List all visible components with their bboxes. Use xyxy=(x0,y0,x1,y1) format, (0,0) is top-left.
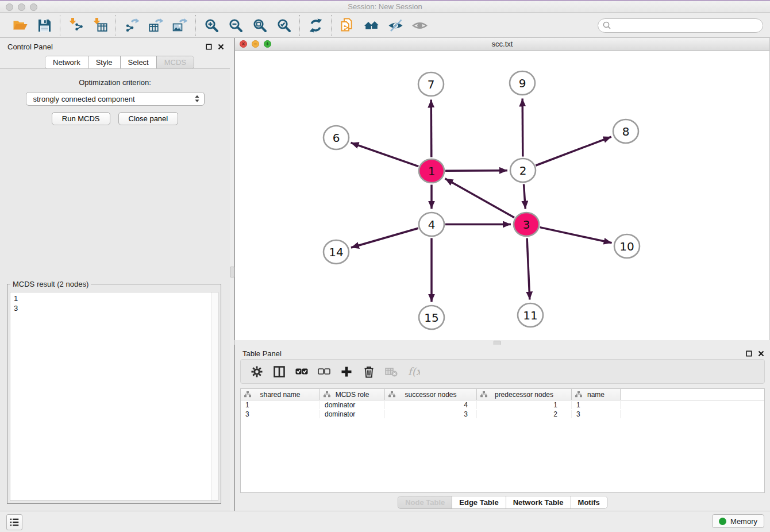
export-table-icon[interactable] xyxy=(147,17,164,34)
refresh-icon[interactable] xyxy=(307,17,324,34)
network-canvas[interactable]: 7968124314101511 xyxy=(235,51,769,340)
new-network-from-selection-icon[interactable] xyxy=(338,17,356,34)
tab-edge-table[interactable]: Edge Table xyxy=(452,496,506,508)
cell-mcds-role[interactable]: dominator xyxy=(320,401,385,409)
graph-edge-1-7[interactable] xyxy=(431,100,432,157)
network-zoom-icon[interactable]: + xyxy=(264,40,271,48)
tab-motifs[interactable]: Motifs xyxy=(571,496,607,508)
vertical-splitter-handle[interactable] xyxy=(230,267,234,277)
graph-node-4[interactable]: 4 xyxy=(419,213,444,236)
first-neighbors-icon[interactable] xyxy=(363,17,380,34)
horizontal-splitter[interactable] xyxy=(234,340,770,345)
vertical-splitter[interactable] xyxy=(230,38,234,511)
export-network-icon[interactable] xyxy=(123,17,140,34)
graph-edge-2-8[interactable] xyxy=(536,137,611,165)
cell-name[interactable]: 1 xyxy=(572,401,621,409)
list-icon[interactable] xyxy=(6,514,22,530)
graph-node-2[interactable]: 2 xyxy=(510,159,536,182)
column-header-mcds-role[interactable]: MCDS role xyxy=(320,389,385,400)
graph-edge-4-14[interactable] xyxy=(351,228,418,248)
graph-node-14[interactable]: 14 xyxy=(324,240,349,264)
svg-text:11: 11 xyxy=(523,309,537,322)
export-image-icon[interactable] xyxy=(171,17,188,34)
cell-successor-nodes[interactable]: 3 xyxy=(385,410,477,418)
graph-edge-2-9[interactable] xyxy=(522,99,523,157)
zoom-fit-icon[interactable] xyxy=(251,17,268,34)
tab-select[interactable]: Select xyxy=(121,56,157,68)
cell-successor-nodes[interactable]: 4 xyxy=(385,401,477,409)
close-icon[interactable] xyxy=(757,350,764,357)
graph-node-9[interactable]: 9 xyxy=(510,71,535,95)
float-icon[interactable] xyxy=(745,350,752,357)
graph-node-8[interactable]: 8 xyxy=(613,119,638,143)
graph-node-3[interactable]: 3 xyxy=(514,213,539,236)
cell-predecessor-nodes[interactable]: 1 xyxy=(477,401,572,409)
graph-edge-2-3[interactable] xyxy=(524,184,526,209)
graph-node-10[interactable]: 10 xyxy=(614,234,640,258)
column-header-shared-name[interactable]: shared name xyxy=(241,389,320,400)
tab-mcds[interactable]: MCDS xyxy=(157,56,194,68)
window-controls xyxy=(6,3,37,11)
select-all-columns-icon[interactable] xyxy=(295,365,309,379)
zoom-window-icon[interactable] xyxy=(30,3,37,11)
criterion-select[interactable]: strongly connected component xyxy=(26,92,205,106)
table-tabbar: Node TableEdge TableNetwork TableMotifs xyxy=(235,493,770,511)
column-header-successor-nodes[interactable]: successor nodes xyxy=(385,389,477,400)
graph-edge-1-2[interactable] xyxy=(445,171,507,171)
graph-node-6[interactable]: 6 xyxy=(324,126,349,149)
graph-node-11[interactable]: 11 xyxy=(518,303,543,327)
cell-name[interactable]: 3 xyxy=(572,410,621,418)
graph-node-7[interactable]: 7 xyxy=(418,72,444,96)
show-all-icon[interactable] xyxy=(411,17,428,34)
search-box[interactable] xyxy=(598,18,763,33)
graph-node-1[interactable]: 1 xyxy=(419,159,444,183)
cell-shared-name[interactable]: 3 xyxy=(241,410,320,418)
unselect-all-columns-icon[interactable] xyxy=(317,365,331,379)
add-icon[interactable] xyxy=(340,365,353,379)
mcds-result-textarea[interactable]: 1 3 xyxy=(10,292,218,501)
memory-label: Memory xyxy=(730,517,757,526)
import-network-icon[interactable] xyxy=(67,17,84,34)
search-input[interactable] xyxy=(611,21,759,30)
graph-edge-1-6[interactable] xyxy=(351,142,419,166)
memory-button[interactable]: Memory xyxy=(712,514,764,528)
tab-network[interactable]: Network xyxy=(45,56,88,68)
close-window-icon[interactable] xyxy=(6,3,13,11)
column-header-name[interactable]: name xyxy=(572,389,621,400)
gear-icon[interactable] xyxy=(250,365,264,379)
zoom-selected-icon[interactable] xyxy=(275,17,292,34)
close-panel-button[interactable]: Close panel xyxy=(118,112,179,125)
minimize-window-icon[interactable] xyxy=(18,3,25,11)
tab-network-table[interactable]: Network Table xyxy=(506,496,571,508)
result-scrollbar[interactable] xyxy=(211,292,218,500)
import-table-icon[interactable] xyxy=(91,17,109,34)
tab-node-table[interactable]: Node Table xyxy=(398,496,452,508)
tab-style[interactable]: Style xyxy=(88,56,121,68)
hide-selected-icon[interactable] xyxy=(387,17,404,34)
graph-edge-3-11[interactable] xyxy=(527,238,530,300)
save-session-icon[interactable] xyxy=(36,17,53,34)
graph-node-15[interactable]: 15 xyxy=(419,306,444,329)
close-icon[interactable] xyxy=(217,43,224,50)
open-session-icon[interactable] xyxy=(11,17,29,34)
zoom-in-icon[interactable] xyxy=(203,17,220,34)
table-row[interactable]: 3dominator323 xyxy=(241,410,764,419)
delete-icon[interactable] xyxy=(362,365,376,379)
window-title: Session: New Session xyxy=(0,1,770,12)
svg-text:3: 3 xyxy=(523,218,530,232)
cell-mcds-role[interactable]: dominator xyxy=(320,410,385,418)
network-minimize-icon[interactable]: − xyxy=(252,40,259,48)
run-mcds-button[interactable]: Run MCDS xyxy=(52,112,110,125)
graph-edge-3-1[interactable] xyxy=(445,179,515,218)
float-icon[interactable] xyxy=(205,43,212,50)
split-view-icon[interactable] xyxy=(272,365,286,379)
cell-predecessor-nodes[interactable]: 2 xyxy=(477,410,572,418)
zoom-out-icon[interactable] xyxy=(227,17,244,34)
control-panel-title: Control Panel xyxy=(7,43,53,51)
table-row[interactable]: 1dominator411 xyxy=(241,400,764,410)
column-header-predecessor-nodes[interactable]: predecessor nodes xyxy=(477,389,572,400)
graph-edge-3-10[interactable] xyxy=(540,228,612,243)
svg-text:f(x): f(x) xyxy=(408,365,420,377)
network-close-icon[interactable]: × xyxy=(240,40,247,48)
cell-shared-name[interactable]: 1 xyxy=(241,401,320,409)
